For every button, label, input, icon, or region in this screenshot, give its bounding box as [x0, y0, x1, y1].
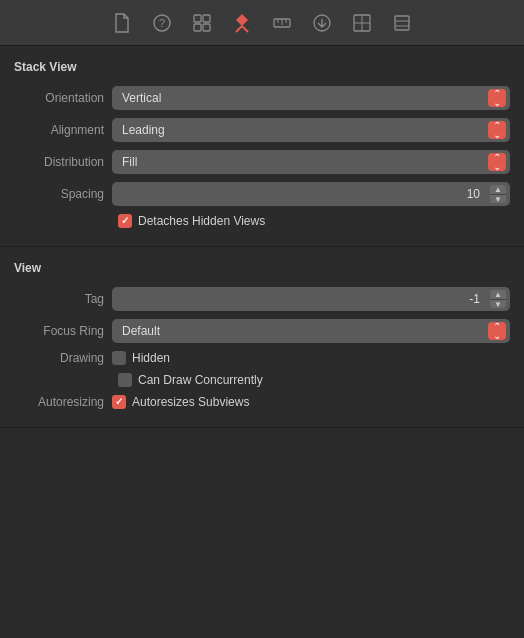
orientation-row: Orientation Vertical Horizontal [0, 82, 524, 114]
detaches-hidden-wrapper: ✓ Detaches Hidden Views [118, 214, 265, 228]
distribution-control: Fill Fill Equally Fill Proportionally Eq… [112, 150, 510, 174]
layers-icon[interactable] [391, 12, 413, 34]
svg-rect-2 [194, 15, 201, 22]
alignment-select[interactable]: Leading Fill Center Trailing [112, 118, 510, 142]
ruler-icon[interactable] [271, 12, 293, 34]
distribution-select[interactable]: Fill Fill Equally Fill Proportionally Eq… [112, 150, 510, 174]
can-draw-label: Can Draw Concurrently [138, 373, 263, 387]
tag-row: Tag ▲ ▼ [0, 283, 524, 315]
orientation-label: Orientation [14, 91, 104, 105]
view-section: View Tag ▲ ▼ Focus Ring Default None Ext… [0, 247, 524, 428]
spacing-stepper-up[interactable]: ▲ [490, 185, 506, 195]
svg-rect-14 [395, 16, 409, 30]
drawing-row: Drawing Hidden [0, 347, 524, 369]
focus-ring-select-wrapper: Default None Exterior Interior [112, 319, 510, 343]
autoresizes-subviews-checkbox[interactable]: ✓ [112, 395, 126, 409]
tag-input[interactable] [112, 287, 510, 311]
spacing-label: Spacing [14, 187, 104, 201]
layout-icon[interactable] [191, 12, 213, 34]
tag-control: ▲ ▼ [112, 287, 510, 311]
alignment-row: Alignment Leading Fill Center Trailing [0, 114, 524, 146]
orientation-select-wrapper: Vertical Horizontal [112, 86, 510, 110]
detaches-hidden-check: ✓ [121, 216, 129, 226]
view-section-title: View [0, 257, 524, 283]
svg-rect-5 [203, 24, 210, 31]
arrow-circle-icon[interactable] [311, 12, 333, 34]
help-icon[interactable]: ? [151, 12, 173, 34]
orientation-control: Vertical Horizontal [112, 86, 510, 110]
focus-ring-label: Focus Ring [14, 324, 104, 338]
focus-ring-select[interactable]: Default None Exterior Interior [112, 319, 510, 343]
detaches-hidden-checkbox[interactable]: ✓ [118, 214, 132, 228]
autoresizes-subviews-check: ✓ [115, 397, 123, 407]
spacing-stepper: ▲ ▼ [490, 185, 506, 203]
hidden-label: Hidden [132, 351, 170, 365]
stack-view-section: Stack View Orientation Vertical Horizont… [0, 46, 524, 247]
tag-stepper-up[interactable]: ▲ [490, 290, 506, 300]
distribution-select-wrapper: Fill Fill Equally Fill Proportionally Eq… [112, 150, 510, 174]
spacing-stepper-down[interactable]: ▼ [490, 195, 506, 203]
tag-stepper-down[interactable]: ▼ [490, 300, 506, 308]
spacing-input-wrapper: ▲ ▼ [112, 182, 510, 206]
toolbar: ? [0, 0, 524, 46]
can-draw-checkbox[interactable] [118, 373, 132, 387]
focus-ring-row: Focus Ring Default None Exterior Interio… [0, 315, 524, 347]
svg-rect-3 [203, 15, 210, 22]
autoresizing-row: Autoresizing ✓ Autoresizes Subviews [0, 391, 524, 413]
tag-stepper: ▲ ▼ [490, 290, 506, 308]
spacing-input[interactable] [112, 182, 510, 206]
hidden-wrapper: Hidden [112, 351, 170, 365]
focus-ring-control: Default None Exterior Interior [112, 319, 510, 343]
attributes-icon[interactable] [231, 12, 253, 34]
distribution-row: Distribution Fill Fill Equally Fill Prop… [0, 146, 524, 178]
svg-rect-4 [194, 24, 201, 31]
detaches-hidden-row: ✓ Detaches Hidden Views [0, 210, 524, 232]
autoresizes-subviews-wrapper: ✓ Autoresizes Subviews [112, 395, 249, 409]
svg-text:?: ? [159, 17, 165, 29]
tag-label: Tag [14, 292, 104, 306]
drawing-label: Drawing [14, 351, 104, 365]
tag-input-wrapper: ▲ ▼ [112, 287, 510, 311]
spacing-control: ▲ ▼ [112, 182, 510, 206]
distribution-label: Distribution [14, 155, 104, 169]
alignment-control: Leading Fill Center Trailing [112, 118, 510, 142]
stack-view-title: Stack View [0, 56, 524, 82]
alignment-select-wrapper: Leading Fill Center Trailing [112, 118, 510, 142]
can-draw-concurrent-row: Can Draw Concurrently [0, 369, 524, 391]
hidden-checkbox[interactable] [112, 351, 126, 365]
detaches-hidden-label: Detaches Hidden Views [138, 214, 265, 228]
orientation-select[interactable]: Vertical Horizontal [112, 86, 510, 110]
autoresizing-label: Autoresizing [14, 395, 104, 409]
can-draw-wrapper: Can Draw Concurrently [118, 373, 263, 387]
file-icon[interactable] [111, 12, 133, 34]
grid-icon[interactable] [351, 12, 373, 34]
autoresizes-subviews-label: Autoresizes Subviews [132, 395, 249, 409]
spacing-row: Spacing ▲ ▼ [0, 178, 524, 210]
alignment-label: Alignment [14, 123, 104, 137]
